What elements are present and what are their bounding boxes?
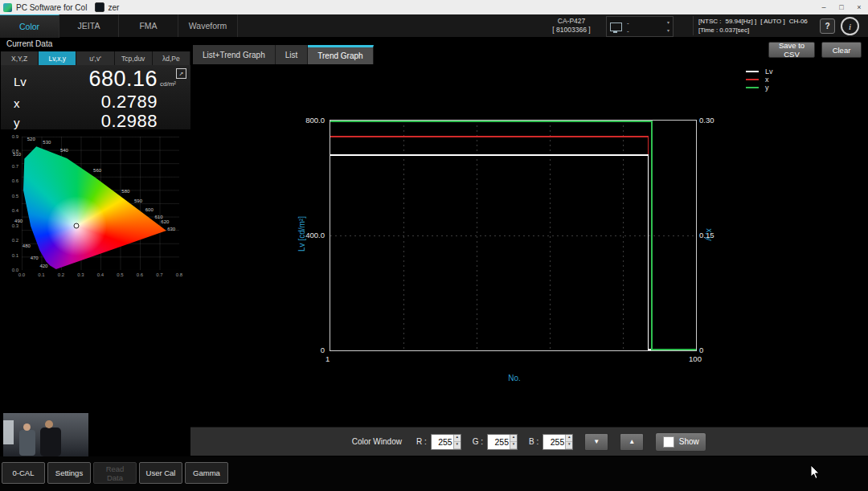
x-axis-label: No. [494, 374, 534, 383]
probe-icon [610, 23, 622, 31]
minimize-button[interactable]: – [815, 0, 833, 14]
data-tab-d-pe[interactable]: λd,Pe [153, 51, 190, 65]
chevron-down-icon: ▾ [667, 27, 669, 35]
data-tab-lv-x-y[interactable]: Lv,x,y [39, 51, 76, 65]
tab-jeita[interactable]: JEITA [59, 14, 119, 37]
blue-input-wrap: ▴ ▾ [542, 434, 573, 450]
legend-label: x [765, 76, 769, 84]
app-icon [3, 3, 12, 12]
tab-list[interactable]: List [276, 45, 309, 64]
help-button[interactable]: ? [820, 18, 835, 34]
bottom-toolbar: 0-CALSettingsRead DataUser CalGamma S 中 … [0, 456, 868, 491]
blue-input[interactable] [543, 435, 565, 449]
cie-y-tick-label: 0.7 [12, 164, 18, 169]
secondary-app-icon [95, 2, 104, 12]
green-input[interactable] [488, 435, 510, 449]
probe-slot-2[interactable]: - ▾ [627, 27, 669, 35]
sync-frequency: 59.94[Hz] ] [725, 18, 756, 25]
wavelength-label: 580 [121, 189, 129, 194]
blue-spinner[interactable]: ▴ ▾ [565, 435, 572, 449]
settings-button[interactable]: Settings [47, 462, 91, 484]
cie-y-tick-label: 0.2 [12, 238, 18, 243]
webcam-person-2 [40, 428, 61, 456]
data-tab-u-v[interactable]: u',v' [76, 51, 114, 65]
main-tab-bar: ColorJEITAFMAWaveform [0, 14, 238, 37]
probe-selector[interactable]: - ▾ - ▾ [606, 16, 674, 37]
spin-down-icon[interactable]: ▾ [454, 442, 461, 449]
measurement-name: Lv [14, 75, 41, 88]
legend-item: Lv [746, 68, 773, 75]
increase-all-button[interactable]: ▲ [620, 433, 644, 451]
cie-x-tick-label: 0.4 [97, 272, 104, 277]
probe-slot-1[interactable]: - ▾ [627, 19, 669, 27]
wavelength-label: 590 [134, 198, 142, 203]
close-button[interactable]: × [850, 0, 868, 14]
y-right-tick-max: 0.30 [699, 116, 728, 125]
sync-channel: CH-06 [789, 18, 808, 25]
measurement-value: 0.2789 [41, 92, 158, 113]
legend-label: Lv [765, 68, 773, 76]
chromaticity-diagram: 5205305405605805906006106206305104904804… [1, 130, 190, 284]
measurement-unit: cd/m² [158, 80, 186, 88]
spin-down-icon[interactable]: ▾ [510, 442, 517, 449]
blue-field: B : ▴ ▾ [529, 434, 573, 450]
current-data-label: Current Data [6, 39, 52, 48]
tab-list-trend-graph[interactable]: List+Trend Graph [193, 45, 276, 64]
color-window-bar: Color Window R : ▴ ▾ G : ▴ ▾ B : [190, 427, 868, 456]
user-cal-button[interactable]: User Cal [139, 462, 182, 484]
color-window-label: Color Window [352, 437, 402, 446]
cie-x-tick-label: 0.1 [38, 272, 44, 277]
chevron-down-icon: ▾ [667, 19, 669, 27]
gamma-button[interactable]: Gamma [185, 462, 228, 484]
trend-graph-lines [330, 121, 696, 350]
trend-graph-legend: Lvxy [746, 68, 773, 92]
measurement-name: x [14, 96, 41, 110]
save-to-csv-button[interactable]: Save to CSV [768, 42, 815, 58]
window-title: PC Software for Col [16, 3, 87, 12]
legend-swatch [746, 79, 759, 80]
legend-item: y [746, 84, 773, 91]
color-swatch [663, 436, 674, 448]
legend-swatch [746, 87, 759, 88]
cie-x-tick-label: 0.6 [137, 272, 143, 277]
cie-y-tick-label: 0.5 [12, 194, 18, 198]
trend-line-x [330, 137, 696, 350]
decrease-all-button[interactable]: ▼ [584, 433, 608, 451]
measurement-point-marker [74, 223, 80, 228]
legend-item: x [746, 76, 773, 83]
red-field: R : ▴ ▾ [416, 434, 461, 450]
wavelength-label: 560 [93, 168, 101, 173]
app-window: PC Software for Col zer – □ × ColorJEITA… [0, 0, 868, 491]
red-spinner[interactable]: ▴ ▾ [453, 435, 461, 449]
data-tab-x-y-z[interactable]: X,Y,Z [1, 51, 39, 65]
graph-tab-bar: List+Trend GraphListTrend Graph [193, 45, 374, 64]
device-model: CA-P427 [540, 17, 603, 26]
data-tab-tcp-duv[interactable]: Tcp,duv [115, 51, 153, 65]
spin-down-icon[interactable]: ▾ [566, 442, 572, 449]
tab-color[interactable]: Color [0, 14, 59, 38]
y-right-tick-mid: 0.15 [699, 231, 728, 239]
wavelength-label: 530 [43, 140, 51, 145]
red-input[interactable] [432, 435, 453, 449]
clear-button[interactable]: Clear [821, 42, 862, 58]
show-label: Show [679, 437, 699, 446]
wavelength-label: 600 [145, 207, 154, 212]
cie-y-tick-label: 0.0 [12, 268, 18, 272]
green-field: G : ▴ ▾ [473, 434, 518, 450]
tab-fma[interactable]: FMA [119, 14, 178, 37]
0-cal-button[interactable]: 0-CAL [2, 462, 45, 484]
window-controls: – □ × [815, 0, 868, 14]
legend-swatch [746, 71, 759, 72]
cie-y-tick-label: 0.3 [12, 223, 18, 228]
show-color-window-button[interactable]: Show [655, 432, 706, 452]
webcam-person-2-head [45, 420, 53, 428]
wavelength-label: 470 [31, 256, 39, 260]
red-input-wrap: ▴ ▾ [431, 434, 461, 450]
cie-y-tick-label: 0.9 [12, 134, 18, 139]
maximize-button[interactable]: □ [833, 0, 850, 14]
tab-trend-graph[interactable]: Trend Graph [308, 45, 373, 64]
info-button[interactable]: i [841, 17, 859, 35]
tab-waveform[interactable]: Waveform [178, 14, 238, 37]
y-left-tick-mid: 400.0 [288, 231, 325, 239]
green-spinner[interactable]: ▴ ▾ [510, 435, 517, 449]
